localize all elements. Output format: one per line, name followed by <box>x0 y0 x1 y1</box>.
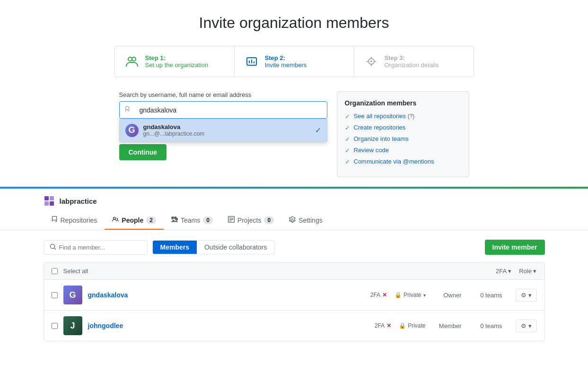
tab-teams[interactable]: Teams 0 <box>164 211 220 230</box>
dropdown-item-name: gndaskalova <box>143 123 310 130</box>
check-icon-1: ✓ <box>345 113 350 120</box>
tab-repositories[interactable]: Repositories <box>44 211 105 230</box>
role-badge-gndaskalova: Owner <box>433 292 462 299</box>
actions-btn-gndaskalova[interactable]: ⚙ ▾ <box>516 289 537 302</box>
twofa-label: 2FA <box>370 292 380 298</box>
search-label: Search by username, full name or email a… <box>119 91 327 98</box>
feature-1: ✓ See all repositories (?) <box>345 113 461 120</box>
search-user-icon <box>120 102 137 118</box>
tab-settings-label: Settings <box>298 216 323 224</box>
filter-outside-collaborators-btn[interactable]: Outside collaborators <box>197 241 274 254</box>
member-avatar-gndaskalova: G <box>63 286 82 304</box>
avatar-initials: G <box>63 286 82 304</box>
search-input-box <box>119 101 327 119</box>
privacy-label: Private <box>404 292 421 298</box>
actions-caret: ▾ <box>528 292 532 299</box>
member-checkbox-gndaskalova[interactable] <box>52 292 58 298</box>
tab-teams-count: 0 <box>203 216 213 224</box>
invite-right: Organization members ✓ See all repositor… <box>337 91 469 177</box>
lock-icon: 🔒 <box>399 322 406 329</box>
repo-icon <box>51 216 58 224</box>
members-section: Members Outside collaborators Invite mem… <box>34 230 554 351</box>
table-row: J johngodlee 2FA ✕ 🔒 Private Member 0 te… <box>44 311 544 341</box>
member-name-johngodlee[interactable]: johngodlee <box>88 322 375 329</box>
lock-icon: 🔒 <box>395 292 402 298</box>
search-input[interactable] <box>137 103 327 117</box>
tab-projects-label: Projects <box>237 216 262 224</box>
member-search-input[interactable] <box>59 244 141 251</box>
step2-num: Step 2: <box>265 54 307 61</box>
filter-members-btn[interactable]: Members <box>153 241 197 254</box>
feature-2: ✓ Create repositories <box>345 124 461 131</box>
feature-label-3: Organize into teams <box>354 135 409 142</box>
member-checkbox-johngodlee[interactable] <box>52 323 58 329</box>
step2-label: Invite members <box>265 61 307 69</box>
actions-btn-johngodlee[interactable]: ⚙ ▾ <box>516 320 537 332</box>
member-meta-gndaskalova: 2FA ✕ 🔒 Private ▾ Owner 0 teams ⚙ ▾ <box>370 289 537 302</box>
select-all-checkbox[interactable] <box>52 268 58 274</box>
org-members-list: ✓ See all repositories (?) ✓ Create repo… <box>345 113 461 165</box>
step1-label: Set up the organization <box>145 61 209 69</box>
people-icon <box>112 216 119 224</box>
step3-text: Step 3: Organization details <box>385 54 439 69</box>
feature-4: ✓ Review code <box>345 147 461 154</box>
feature-label-1: See all repositories (?) <box>354 113 415 120</box>
steps-bar: Step 1: Set up the organization Step 2: … <box>114 46 474 77</box>
role-badge-johngodlee: Member <box>433 322 462 329</box>
svg-rect-15 <box>44 201 49 206</box>
tab-people[interactable]: People 2 <box>105 211 164 230</box>
tab-repositories-label: Repositories <box>61 216 97 224</box>
member-search-box[interactable] <box>44 240 148 255</box>
dropdown-item-info: gndaskalova gn...@...labpractice.com <box>143 123 310 137</box>
tab-settings[interactable]: Settings <box>281 211 330 230</box>
sort-2fa-btn[interactable]: 2FA ▾ <box>496 268 511 275</box>
privacy-badge-johngodlee[interactable]: 🔒 Private <box>399 322 425 329</box>
header-sort: 2FA ▾ Role ▾ <box>496 268 536 275</box>
feature-5: ✓ Communicate via @mentions <box>345 158 461 165</box>
search-wrapper: G gndaskalova gn...@...labpractice.com ✓ <box>119 101 327 119</box>
privacy-badge-gndaskalova[interactable]: 🔒 Private ▾ <box>395 292 425 298</box>
org-members-title: Organization members <box>345 99 461 107</box>
privacy-label: Private <box>408 322 425 329</box>
table-row: G gndaskalova 2FA ✕ 🔒 Private ▾ Owner 0 … <box>44 280 544 311</box>
twofa-badge-gndaskalova: 2FA ✕ <box>370 292 387 298</box>
privacy-caret: ▾ <box>423 293 426 298</box>
feature-3: ✓ Organize into teams <box>345 135 461 143</box>
projects-icon <box>228 216 235 224</box>
teams-icon <box>171 216 178 224</box>
member-name-gndaskalova[interactable]: gndaskalova <box>88 291 370 299</box>
org-tabs: Repositories People 2 Teams 0 <box>44 211 545 230</box>
org-name: labpractice <box>60 197 97 205</box>
continue-button[interactable]: Continue <box>119 144 167 160</box>
org-nav-section: labpractice Repositories People 2 <box>0 189 588 230</box>
invite-member-button[interactable]: Invite member <box>485 240 545 255</box>
check-icon-5: ✓ <box>345 158 350 165</box>
step3-num: Step 3: <box>385 54 439 61</box>
twofa-mark: ✕ <box>382 292 387 298</box>
step-2: Step 2: Invite members <box>234 46 354 77</box>
svg-point-7 <box>370 61 372 62</box>
dropdown-check-icon: ✓ <box>315 126 321 135</box>
settings-icon <box>289 216 296 224</box>
avatar-initials: G <box>125 124 139 137</box>
step1-icon <box>124 54 140 69</box>
tab-projects[interactable]: Projects 0 <box>220 211 281 230</box>
member-meta-johngodlee: 2FA ✕ 🔒 Private Member 0 teams ⚙ ▾ <box>375 320 537 332</box>
twofa-label: 2FA <box>375 322 385 329</box>
step3-label: Organization details <box>385 61 439 69</box>
sort-role-btn[interactable]: Role ▾ <box>519 268 536 275</box>
step1-num: Step 1: <box>145 54 209 61</box>
feature-label-2: Create repositories <box>354 124 406 131</box>
page-title: Invite organization members <box>0 14 588 32</box>
step2-icon <box>244 54 259 69</box>
teams-badge-johngodlee: 0 teams <box>469 322 502 329</box>
svg-point-0 <box>128 57 132 61</box>
feature-label-5: Communicate via @mentions <box>354 158 434 165</box>
dropdown-item-gndaskalova[interactable]: G gndaskalova gn...@...labpractice.com ✓ <box>120 119 327 142</box>
step1-text: Step 1: Set up the organization <box>145 54 209 69</box>
svg-point-1 <box>132 57 136 61</box>
member-avatar-johngodlee: J <box>63 316 82 335</box>
filter-tabs: Members Outside collaborators <box>152 240 275 254</box>
invite-area: Search by username, full name or email a… <box>114 91 474 177</box>
select-all-label: Select all <box>63 268 496 275</box>
